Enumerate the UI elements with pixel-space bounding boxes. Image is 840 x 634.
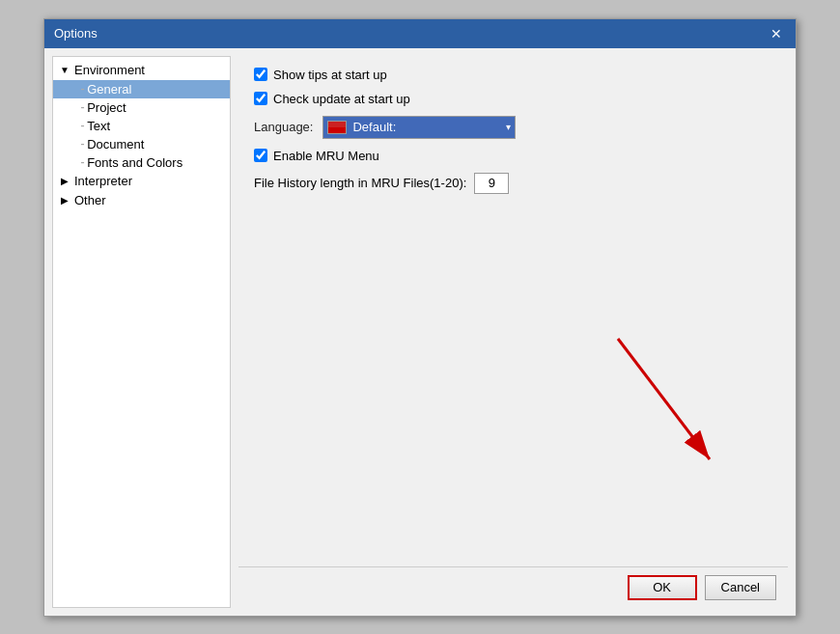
language-flag bbox=[327, 121, 347, 134]
text-label: Text bbox=[87, 119, 110, 133]
enable-mru-row: Enable MRU Menu bbox=[254, 149, 772, 163]
language-row: Language: Default: ▾ bbox=[254, 116, 772, 139]
sidebar-item-fonts-colors[interactable]: Fonts and Colors bbox=[53, 153, 230, 172]
check-update-label[interactable]: Check update at start up bbox=[254, 92, 410, 106]
sidebar: ▼ Environment General Project Text Docum… bbox=[52, 56, 231, 608]
sidebar-item-general[interactable]: General bbox=[53, 80, 230, 98]
project-label: Project bbox=[87, 100, 126, 115]
show-tips-row: Show tips at start up bbox=[254, 68, 772, 82]
interpreter-label: Interpreter bbox=[74, 174, 132, 188]
check-update-row: Check update at start up bbox=[254, 92, 772, 106]
ok-button[interactable]: OK bbox=[628, 575, 697, 600]
check-update-text: Check update at start up bbox=[273, 92, 410, 106]
expand-icon-environment: ▼ bbox=[57, 63, 72, 78]
expand-icon-other: ▶ bbox=[57, 193, 72, 208]
expand-icon-interpreter: ▶ bbox=[57, 174, 72, 189]
show-tips-text: Show tips at start up bbox=[273, 68, 387, 82]
language-value: Default: bbox=[352, 120, 396, 134]
title-bar: Options ✕ bbox=[44, 19, 796, 48]
show-tips-label[interactable]: Show tips at start up bbox=[254, 68, 387, 82]
language-select-inner: Default: bbox=[327, 120, 502, 134]
sidebar-item-text[interactable]: Text bbox=[53, 117, 230, 135]
red-arrow-annotation bbox=[560, 300, 753, 493]
cancel-button[interactable]: Cancel bbox=[705, 575, 776, 600]
window-body: ▼ Environment General Project Text Docum… bbox=[44, 48, 796, 616]
content-wrapper: Show tips at start up Check update at st… bbox=[238, 56, 788, 608]
language-dropdown[interactable]: Default: ▾ bbox=[322, 116, 516, 139]
environment-label: Environment bbox=[74, 63, 145, 77]
sidebar-item-project[interactable]: Project bbox=[53, 98, 230, 117]
document-label: Document bbox=[87, 137, 144, 152]
file-history-row: File History length in MRU Files(1-20): bbox=[254, 173, 772, 194]
annotation-spacer bbox=[254, 204, 772, 493]
show-tips-checkbox[interactable] bbox=[254, 68, 267, 81]
close-button[interactable]: ✕ bbox=[767, 25, 786, 42]
fonts-colors-label: Fonts and Colors bbox=[87, 155, 182, 170]
bottom-bar: OK Cancel bbox=[238, 566, 788, 608]
sidebar-item-environment[interactable]: ▼ Environment bbox=[53, 61, 230, 80]
language-label: Language: bbox=[254, 120, 313, 134]
content-area: Show tips at start up Check update at st… bbox=[238, 56, 788, 566]
window-title: Options bbox=[54, 26, 98, 41]
file-history-input[interactable] bbox=[474, 173, 509, 194]
general-label: General bbox=[87, 82, 131, 96]
svg-line-1 bbox=[618, 339, 710, 459]
sidebar-item-other[interactable]: ▶ Other bbox=[53, 191, 230, 210]
file-history-label: File History length in MRU Files(1-20): bbox=[254, 176, 466, 190]
sidebar-item-interpreter[interactable]: ▶ Interpreter bbox=[53, 172, 230, 191]
enable-mru-checkbox[interactable] bbox=[254, 149, 267, 162]
sidebar-item-document[interactable]: Document bbox=[53, 135, 230, 153]
options-window: Options ✕ ▼ Environment General Project … bbox=[43, 18, 797, 617]
check-update-checkbox[interactable] bbox=[254, 92, 267, 105]
other-label: Other bbox=[74, 193, 106, 207]
dropdown-arrow-icon: ▾ bbox=[506, 122, 511, 132]
enable-mru-label[interactable]: Enable MRU Menu bbox=[254, 149, 379, 163]
enable-mru-text: Enable MRU Menu bbox=[273, 149, 379, 163]
